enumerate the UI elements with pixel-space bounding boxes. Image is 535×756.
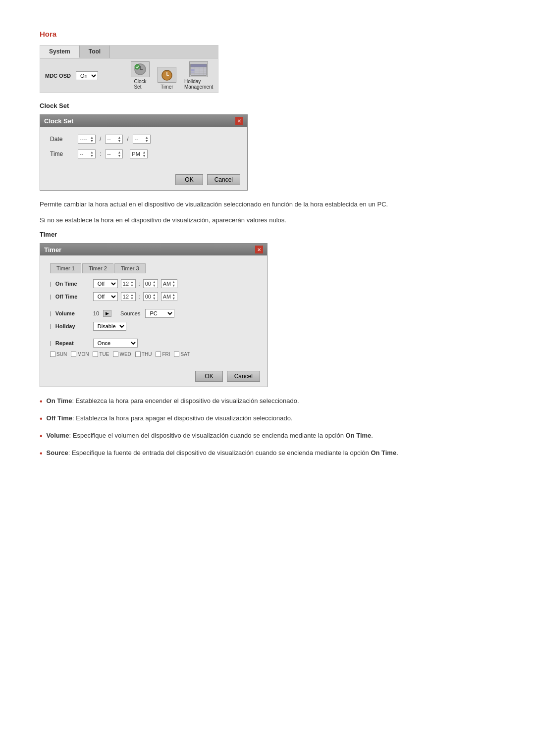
clockset-cancel-button[interactable]: Cancel <box>207 174 240 185</box>
weekday-fri-checkbox[interactable] <box>156 352 161 357</box>
bullet-dot-4: • <box>40 448 43 459</box>
holiday-icon-item[interactable]: HolidayManagement <box>184 61 213 90</box>
on-time-row: | On Time Off On 12 ▲▼ : 00 ▲▼ AM ▲▼ <box>50 279 257 288</box>
timer-tab-2[interactable]: Timer 2 <box>82 263 113 273</box>
volume-value: 10 <box>93 310 99 316</box>
hora-section: Hora System Tool MDC OSD On Off <box>40 30 495 459</box>
off-time-ampm[interactable]: AM ▲▼ <box>161 292 177 301</box>
clockset-titlebar: Clock Set ✕ <box>40 115 247 127</box>
volume-label: Volume <box>55 310 90 316</box>
date-year-arrows[interactable]: ▲▼ <box>145 136 149 143</box>
toolbar-screenshot: System Tool MDC OSD On Off <box>40 45 218 93</box>
bullet-item-1: • On Time: Establezca la hora para encen… <box>40 396 495 407</box>
clockset-dialog: Clock Set ✕ Date ---- ▲▼ / -- ▲▼ / -- ▲▼ <box>40 114 248 191</box>
time-min-input[interactable]: -- ▲▼ <box>105 150 123 158</box>
bullet-1-text: On Time: Establezca la hora para encende… <box>47 396 299 406</box>
on-time-hour-val: 12 <box>123 281 129 287</box>
date-year-value: -- <box>135 136 138 142</box>
off-time-min-arrows[interactable]: ▲▼ <box>153 293 156 300</box>
off-time-hour-arrows[interactable]: ▲▼ <box>130 293 134 300</box>
mdc-label: MDC OSD <box>45 73 71 79</box>
volume-increase-button[interactable]: ▶ <box>103 310 111 317</box>
on-time-min-arrows[interactable]: ▲▼ <box>153 280 156 287</box>
off-time-min-val: 00 <box>145 294 151 300</box>
weekday-fri-label: FRI <box>162 352 170 357</box>
weekday-mon-checkbox[interactable] <box>71 352 76 357</box>
date-year-input[interactable]: -- ▲▼ <box>133 135 151 144</box>
holiday-label: HolidayManagement <box>184 79 213 90</box>
timer-titlebar: Timer ✕ <box>40 244 267 255</box>
bullet-4-suffix-bold: On Time <box>371 449 396 456</box>
timer-ok-button[interactable]: OK <box>195 371 222 382</box>
bullet-4-text: Source: Especifique la fuente de entrada… <box>47 448 398 458</box>
bullet-4-rest: : Especifique la fuente de entrada del d… <box>68 449 371 456</box>
timer-close-button[interactable]: ✕ <box>255 246 263 253</box>
weekday-thu: THU <box>135 352 152 357</box>
clockset-ok-button[interactable]: OK <box>175 174 203 185</box>
bullet-3-bold: Volume <box>47 432 69 439</box>
weekday-sun-checkbox[interactable] <box>50 352 55 357</box>
holiday-row: | Holiday Disable Enable <box>50 322 257 331</box>
holiday-icon <box>189 61 208 77</box>
off-time-hour[interactable]: 12 ▲▼ <box>121 292 136 301</box>
date-month-arrows[interactable]: ▲▼ <box>90 136 94 143</box>
clockset-footer: OK Cancel <box>40 170 247 190</box>
time-hour-arrows[interactable]: ▲▼ <box>90 151 94 157</box>
svg-point-1 <box>135 64 140 69</box>
mdc-dropdown[interactable]: On Off <box>76 71 98 80</box>
para1: Permite cambiar la hora actual en el dis… <box>40 200 495 209</box>
bullet-3-suffix-bold: On Time <box>346 432 372 439</box>
tab-system[interactable]: System <box>40 46 80 58</box>
on-time-ampm[interactable]: AM ▲▼ <box>161 279 177 288</box>
weekday-thu-checkbox[interactable] <box>135 352 141 357</box>
holiday-row-label: Holiday <box>55 323 90 329</box>
time-min-arrows[interactable]: ▲▼ <box>117 151 121 157</box>
on-time-ampm-arrows[interactable]: ▲▼ <box>172 280 175 287</box>
timer-icon <box>158 67 176 83</box>
weekday-wed-checkbox[interactable] <box>113 352 118 357</box>
off-time-hour-val: 12 <box>123 294 129 300</box>
date-day-input[interactable]: -- ▲▼ <box>105 135 123 144</box>
timer-tab-1[interactable]: Timer 1 <box>50 263 81 273</box>
weekdays-row: SUN MON TUE WED THU <box>50 352 257 357</box>
holiday-dropdown[interactable]: Disable Enable <box>93 322 126 331</box>
date-sep1: / <box>100 136 101 143</box>
bullet-dot-3: • <box>40 430 43 442</box>
on-time-dropdown[interactable]: Off On <box>93 279 118 288</box>
clockset-close-button[interactable]: ✕ <box>235 117 243 125</box>
timer-subtitle: Timer <box>40 231 495 238</box>
para2: Si no se establece la hora en el disposi… <box>40 215 495 225</box>
off-time-label: Off Time <box>55 294 90 300</box>
tab-tool[interactable]: Tool <box>80 46 110 58</box>
weekday-mon-label: MON <box>77 352 89 357</box>
timer-cancel-button[interactable]: Cancel <box>227 371 260 382</box>
off-time-min[interactable]: 00 ▲▼ <box>143 292 158 301</box>
weekday-tue-checkbox[interactable] <box>93 352 98 357</box>
on-time-hour[interactable]: 12 ▲▼ <box>121 279 136 288</box>
clockset-icon-item[interactable]: ClockSet <box>131 61 150 90</box>
svg-rect-5 <box>191 64 207 67</box>
timer-icon-item[interactable]: Timer <box>158 67 176 90</box>
repeat-dropdown[interactable]: Once Every Day Every Week <box>93 339 138 348</box>
off-time-ampm-arrows[interactable]: ▲▼ <box>172 293 175 300</box>
weekday-wed-label: WED <box>119 352 131 357</box>
timer-footer: OK Cancel <box>40 367 267 387</box>
time-ampm-input[interactable]: PM ▲▼ <box>130 150 148 158</box>
date-sep2: / <box>127 136 128 143</box>
time-hour-input[interactable]: -- ▲▼ <box>78 150 96 158</box>
sources-dropdown[interactable]: PC HDMI DVI <box>145 309 174 318</box>
clockset-subtitle: Clock Set <box>40 102 495 109</box>
bullet-dot-2: • <box>40 413 43 425</box>
date-month-input[interactable]: ---- ▲▼ <box>78 135 96 144</box>
timer-tab-3[interactable]: Timer 3 <box>114 263 146 273</box>
date-day-arrows[interactable]: ▲▼ <box>117 136 121 143</box>
off-time-dropdown[interactable]: Off On <box>93 292 118 301</box>
time-ampm-arrows[interactable]: ▲▼ <box>142 151 146 157</box>
time-hour-value: -- <box>80 151 83 157</box>
on-time-min[interactable]: 00 ▲▼ <box>143 279 158 288</box>
on-time-colon: : <box>139 281 140 287</box>
on-time-hour-arrows[interactable]: ▲▼ <box>130 280 134 287</box>
weekday-sat-checkbox[interactable] <box>174 352 179 357</box>
time-ampm-value: PM <box>132 151 140 157</box>
bullet-1-bold: On Time <box>47 397 72 404</box>
